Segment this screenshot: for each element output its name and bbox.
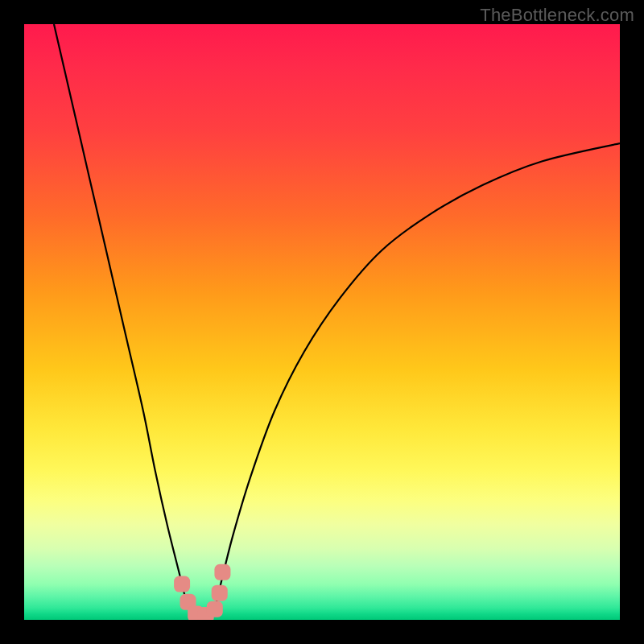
highlight-markers <box>174 564 230 620</box>
highlight-marker <box>214 564 230 580</box>
watermark-text: TheBottleneck.com <box>480 5 634 26</box>
chart-frame: TheBottleneck.com <box>0 0 644 644</box>
highlight-marker <box>174 576 190 592</box>
plot-area <box>24 24 620 620</box>
chart-svg <box>24 24 620 620</box>
highlight-marker <box>212 585 228 601</box>
bottleneck-curve <box>54 24 620 617</box>
highlight-marker <box>207 601 223 617</box>
